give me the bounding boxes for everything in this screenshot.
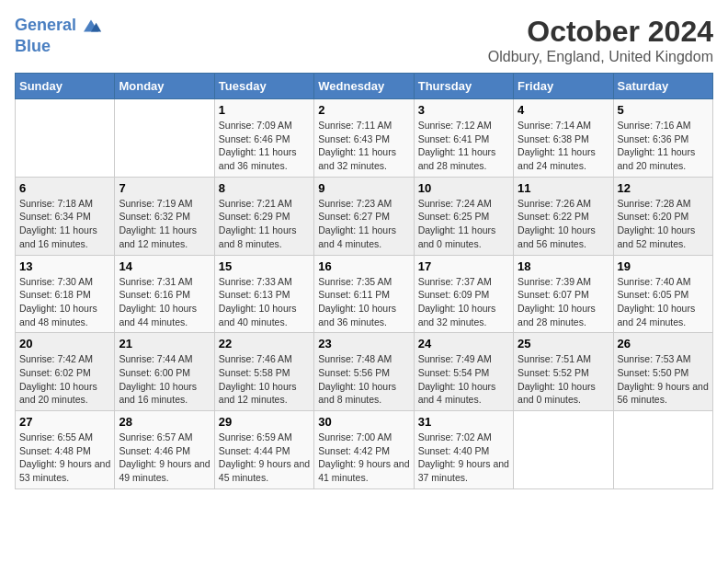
day-number: 17	[418, 259, 509, 273]
day-number: 24	[418, 337, 509, 350]
day-info: Sunrise: 7:00 AMSunset: 4:42 PMDaylight:…	[318, 431, 409, 485]
calendar-cell: 1Sunrise: 7:09 AMSunset: 6:46 PMDaylight…	[214, 99, 313, 178]
day-number: 7	[119, 181, 210, 195]
day-info: Sunrise: 7:31 AMSunset: 6:16 PMDaylight:…	[119, 275, 210, 329]
calendar-cell: 3Sunrise: 7:12 AMSunset: 6:41 PMDaylight…	[414, 99, 513, 178]
day-info: Sunrise: 7:14 AMSunset: 6:38 PMDaylight:…	[518, 119, 609, 173]
calendar-cell: 20Sunrise: 7:42 AMSunset: 6:02 PMDayligh…	[16, 333, 115, 411]
logo-icon	[80, 15, 102, 37]
logo-text: General	[15, 16, 76, 36]
calendar-cell: 25Sunrise: 7:51 AMSunset: 5:52 PMDayligh…	[514, 333, 613, 411]
weekday-header-sunday: Sunday	[16, 74, 115, 99]
calendar-cell: 29Sunrise: 6:59 AMSunset: 4:44 PMDayligh…	[214, 411, 313, 489]
calendar-cell	[613, 411, 712, 489]
day-number: 6	[19, 181, 110, 195]
calendar-cell: 16Sunrise: 7:35 AMSunset: 6:11 PMDayligh…	[314, 255, 414, 333]
calendar-cell: 13Sunrise: 7:30 AMSunset: 6:18 PMDayligh…	[16, 255, 115, 333]
day-info: Sunrise: 7:40 AMSunset: 6:05 PMDaylight:…	[618, 275, 709, 329]
calendar-cell: 9Sunrise: 7:23 AMSunset: 6:27 PMDaylight…	[314, 177, 414, 255]
day-info: Sunrise: 7:16 AMSunset: 6:36 PMDaylight:…	[618, 119, 709, 173]
calendar-cell	[16, 99, 115, 178]
day-info: Sunrise: 6:57 AMSunset: 4:46 PMDaylight:…	[119, 431, 210, 485]
calendar-week-4: 20Sunrise: 7:42 AMSunset: 6:02 PMDayligh…	[16, 333, 713, 411]
calendar-cell: 7Sunrise: 7:19 AMSunset: 6:32 PMDaylight…	[115, 177, 214, 255]
day-number: 9	[318, 181, 409, 195]
calendar-cell: 12Sunrise: 7:28 AMSunset: 6:20 PMDayligh…	[613, 177, 712, 255]
calendar-week-5: 27Sunrise: 6:55 AMSunset: 4:48 PMDayligh…	[16, 411, 713, 489]
day-number: 18	[518, 259, 609, 273]
calendar-cell: 4Sunrise: 7:14 AMSunset: 6:38 PMDaylight…	[514, 99, 613, 178]
day-number: 13	[19, 259, 110, 273]
calendar-cell: 8Sunrise: 7:21 AMSunset: 6:29 PMDaylight…	[214, 177, 313, 255]
day-info: Sunrise: 7:33 AMSunset: 6:13 PMDaylight:…	[219, 275, 310, 329]
day-info: Sunrise: 7:24 AMSunset: 6:25 PMDaylight:…	[418, 197, 509, 251]
day-number: 30	[318, 415, 409, 429]
calendar-cell: 31Sunrise: 7:02 AMSunset: 4:40 PMDayligh…	[414, 411, 513, 489]
calendar-cell: 2Sunrise: 7:11 AMSunset: 6:43 PMDaylight…	[314, 99, 414, 178]
day-number: 28	[119, 415, 210, 429]
day-number: 27	[19, 415, 110, 429]
day-info: Sunrise: 7:35 AMSunset: 6:11 PMDaylight:…	[318, 275, 409, 329]
day-number: 25	[518, 337, 609, 350]
day-number: 26	[618, 337, 709, 350]
calendar-cell	[115, 99, 214, 178]
calendar-cell: 23Sunrise: 7:48 AMSunset: 5:56 PMDayligh…	[314, 333, 414, 411]
calendar-cell: 27Sunrise: 6:55 AMSunset: 4:48 PMDayligh…	[16, 411, 115, 489]
day-info: Sunrise: 7:02 AMSunset: 4:40 PMDaylight:…	[418, 431, 509, 485]
day-info: Sunrise: 7:49 AMSunset: 5:54 PMDaylight:…	[418, 352, 509, 407]
day-number: 14	[119, 259, 210, 273]
day-info: Sunrise: 6:55 AMSunset: 4:48 PMDaylight:…	[19, 431, 110, 485]
day-info: Sunrise: 7:42 AMSunset: 6:02 PMDaylight:…	[19, 352, 110, 407]
calendar-cell: 5Sunrise: 7:16 AMSunset: 6:36 PMDaylight…	[613, 99, 712, 178]
location: Oldbury, England, United Kingdom	[488, 49, 713, 65]
day-info: Sunrise: 7:19 AMSunset: 6:32 PMDaylight:…	[119, 197, 210, 251]
weekday-header-saturday: Saturday	[613, 74, 712, 99]
day-number: 8	[219, 181, 310, 195]
day-info: Sunrise: 7:09 AMSunset: 6:46 PMDaylight:…	[219, 119, 310, 173]
weekday-header-tuesday: Tuesday	[214, 74, 313, 99]
day-number: 20	[19, 337, 110, 350]
day-info: Sunrise: 7:26 AMSunset: 6:22 PMDaylight:…	[518, 197, 609, 251]
day-info: Sunrise: 7:37 AMSunset: 6:09 PMDaylight:…	[418, 275, 509, 329]
calendar-cell: 24Sunrise: 7:49 AMSunset: 5:54 PMDayligh…	[414, 333, 513, 411]
day-number: 31	[418, 415, 509, 429]
calendar-week-2: 6Sunrise: 7:18 AMSunset: 6:34 PMDaylight…	[16, 177, 713, 255]
calendar-cell: 18Sunrise: 7:39 AMSunset: 6:07 PMDayligh…	[514, 255, 613, 333]
calendar-week-1: 1Sunrise: 7:09 AMSunset: 6:46 PMDaylight…	[16, 99, 713, 178]
day-number: 4	[518, 103, 609, 117]
day-info: Sunrise: 7:18 AMSunset: 6:34 PMDaylight:…	[19, 197, 110, 251]
day-info: Sunrise: 7:28 AMSunset: 6:20 PMDaylight:…	[618, 197, 709, 251]
day-number: 1	[219, 103, 310, 117]
day-number: 3	[418, 103, 509, 117]
day-number: 16	[318, 259, 409, 273]
day-number: 5	[618, 103, 709, 117]
day-number: 22	[219, 337, 310, 350]
day-info: Sunrise: 7:44 AMSunset: 6:00 PMDaylight:…	[119, 352, 210, 407]
day-number: 19	[618, 259, 709, 273]
logo-blue-text: Blue	[15, 37, 102, 57]
day-info: Sunrise: 7:23 AMSunset: 6:27 PMDaylight:…	[318, 197, 409, 251]
day-number: 21	[119, 337, 210, 350]
calendar-table: SundayMondayTuesdayWednesdayThursdayFrid…	[15, 73, 713, 489]
day-number: 10	[418, 181, 509, 195]
page-header: General Blue October 2024 Oldbury, Engla…	[15, 15, 713, 65]
day-info: Sunrise: 7:48 AMSunset: 5:56 PMDaylight:…	[318, 352, 409, 407]
calendar-cell: 10Sunrise: 7:24 AMSunset: 6:25 PMDayligh…	[414, 177, 513, 255]
calendar-cell: 17Sunrise: 7:37 AMSunset: 6:09 PMDayligh…	[414, 255, 513, 333]
weekday-header-monday: Monday	[115, 74, 214, 99]
day-info: Sunrise: 7:11 AMSunset: 6:43 PMDaylight:…	[318, 119, 409, 173]
weekday-header-wednesday: Wednesday	[314, 74, 414, 99]
calendar-cell: 21Sunrise: 7:44 AMSunset: 6:00 PMDayligh…	[115, 333, 214, 411]
day-info: Sunrise: 7:51 AMSunset: 5:52 PMDaylight:…	[518, 352, 609, 407]
day-info: Sunrise: 7:46 AMSunset: 5:58 PMDaylight:…	[219, 352, 310, 407]
day-number: 23	[318, 337, 409, 350]
month-title: October 2024	[488, 15, 713, 49]
day-info: Sunrise: 6:59 AMSunset: 4:44 PMDaylight:…	[219, 431, 310, 485]
calendar-week-3: 13Sunrise: 7:30 AMSunset: 6:18 PMDayligh…	[16, 255, 713, 333]
calendar-cell: 19Sunrise: 7:40 AMSunset: 6:05 PMDayligh…	[613, 255, 712, 333]
day-number: 12	[618, 181, 709, 195]
day-info: Sunrise: 7:21 AMSunset: 6:29 PMDaylight:…	[219, 197, 310, 251]
calendar-header: SundayMondayTuesdayWednesdayThursdayFrid…	[16, 74, 713, 99]
calendar-cell: 30Sunrise: 7:00 AMSunset: 4:42 PMDayligh…	[314, 411, 414, 489]
day-info: Sunrise: 7:12 AMSunset: 6:41 PMDaylight:…	[418, 119, 509, 173]
